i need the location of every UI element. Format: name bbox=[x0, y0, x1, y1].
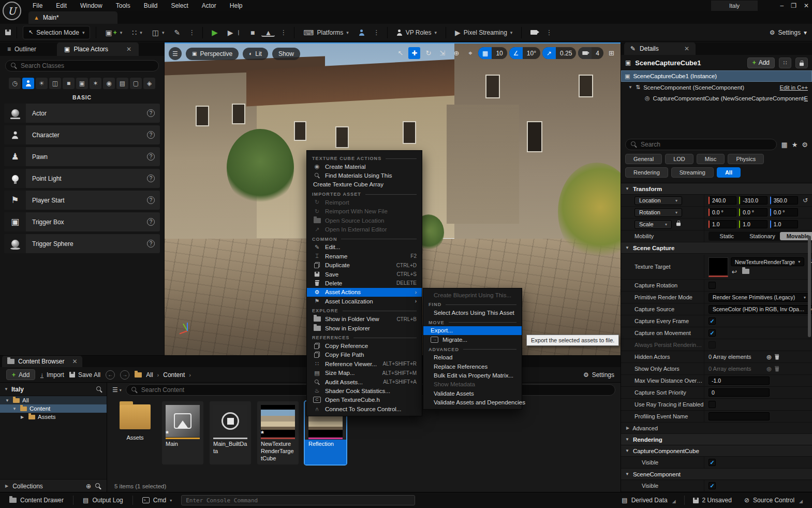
section-transform[interactable]: ▼Transform bbox=[621, 183, 812, 195]
category-panel-icon[interactable]: ▢ bbox=[130, 78, 142, 89]
breadcrumb-content[interactable]: Content bbox=[163, 371, 185, 379]
menu-create-material[interactable]: ◉Create Material bbox=[307, 162, 422, 171]
menu-rename[interactable]: ⌶RenameF2 bbox=[307, 252, 422, 260]
scale-lock-icon[interactable] bbox=[676, 223, 681, 226]
search-classes-input[interactable] bbox=[21, 62, 153, 69]
menu-open-texturecube-h[interactable]: COpen TextureCube.h bbox=[307, 396, 422, 404]
menu-window[interactable]: Window bbox=[73, 1, 109, 11]
menu-actor[interactable]: Actor bbox=[195, 1, 223, 11]
help-icon[interactable]: ? bbox=[147, 109, 155, 117]
favorites-icon[interactable]: ★ bbox=[792, 141, 798, 149]
submenu-replace-references[interactable]: Replace References bbox=[423, 362, 522, 371]
menu-tools[interactable]: Tools bbox=[109, 1, 137, 11]
collections-bar[interactable]: ▶Collections⊕ bbox=[0, 479, 107, 492]
help-icon[interactable]: ? bbox=[147, 131, 155, 139]
cinematics-dropdown[interactable]: ◫▾ bbox=[149, 26, 168, 39]
viewport-options-icon[interactable]: ☰ bbox=[169, 47, 182, 60]
menu-duplicate[interactable]: DuplicateCTRL+D bbox=[307, 261, 422, 270]
pixel-streaming-dropdown[interactable]: ▶Pixel Streaming▾ bbox=[452, 26, 515, 39]
menu-shader-cook-statistics[interactable]: ♨Shader Cook Statistics... bbox=[307, 386, 422, 395]
row-advanced-scene-capture[interactable]: ▶ Advanced bbox=[621, 423, 812, 434]
section-scene-capture[interactable]: ▼Scene Capture bbox=[621, 242, 812, 254]
camera-speed-control[interactable]: 4 bbox=[578, 47, 603, 59]
asset-tile-main[interactable]: * Main bbox=[162, 401, 203, 465]
remote-options-icon[interactable]: ⋮ bbox=[544, 28, 554, 36]
capture-source-dropdown[interactable]: SceneColor (HDR) in RGB, Inv Opacity▾ bbox=[708, 305, 812, 314]
add-asset-button[interactable]: +Add bbox=[6, 369, 35, 380]
menu-copy-file-path[interactable]: Copy File Path bbox=[307, 351, 422, 359]
location-y-field[interactable]: -310.0 bbox=[739, 196, 767, 205]
save-all-button[interactable]: Save All bbox=[69, 371, 100, 379]
details-search-field[interactable] bbox=[625, 139, 777, 150]
edit-in-cpp-link[interactable]: Edit in C++ bbox=[780, 84, 808, 91]
console-command-field[interactable] bbox=[181, 495, 415, 505]
component-row-scene-component[interactable]: ▼ ⇅ SceneComponent (SceneComponent) Edit… bbox=[621, 82, 812, 93]
submenu-export[interactable]: Export... bbox=[423, 326, 522, 335]
max-view-distance-field[interactable]: -1.0 bbox=[708, 376, 770, 385]
tree-item-all[interactable]: ▼All bbox=[0, 396, 107, 404]
play-button[interactable]: ▶ bbox=[209, 26, 221, 39]
place-actor-pawn[interactable]: ♟ Pawn ? bbox=[4, 147, 160, 166]
primitive-render-mode-dropdown[interactable]: Render Scene Primitives (Legacy)▾ bbox=[708, 293, 810, 302]
menu-connect-source-control[interactable]: ⑃Connect To Source Control... bbox=[307, 404, 422, 413]
location-x-field[interactable]: 240.0 bbox=[708, 196, 736, 205]
menu-select[interactable]: Select bbox=[164, 1, 195, 11]
capture-on-movement-checkbox[interactable] bbox=[708, 329, 716, 337]
place-actor-player-start[interactable]: ⚑ Player Start ? bbox=[4, 191, 160, 210]
component-row-instance[interactable]: ▣ SceneCaptureCube1 (Instance) bbox=[621, 70, 812, 82]
editor-modes-button[interactable]: ✎ bbox=[171, 26, 183, 39]
section-capture-component-cube[interactable]: ▼CaptureComponentCube bbox=[621, 445, 812, 457]
menu-file[interactable]: File bbox=[26, 1, 49, 11]
tree-item-content[interactable]: ▼Content bbox=[0, 404, 107, 413]
add-actor-dropdown[interactable]: ▣+▾ bbox=[102, 26, 125, 39]
toolbar-overflow-icon[interactable]: ⋮ bbox=[187, 28, 197, 36]
close-tab-icon[interactable]: ✕ bbox=[72, 358, 77, 365]
rotation-snap-control[interactable]: ∠10° bbox=[509, 47, 540, 59]
menu-reference-viewer[interactable]: ∷Reference Viewer...ALT+SHIFT+R bbox=[307, 359, 422, 368]
grid-snap-control[interactable]: ▦10 bbox=[478, 47, 507, 59]
forward-icon[interactable]: → bbox=[120, 370, 129, 380]
filter-misc[interactable]: Misc bbox=[697, 154, 725, 164]
back-icon[interactable]: ← bbox=[106, 370, 115, 380]
unlock-icon[interactable] bbox=[795, 57, 808, 68]
category-media-icon[interactable]: ◉ bbox=[103, 78, 115, 89]
rotation-type-dropdown[interactable]: Rotation▾ bbox=[634, 208, 682, 217]
cmd-dropdown[interactable]: >_Cmd▾ bbox=[138, 497, 176, 504]
profiling-event-field[interactable] bbox=[708, 412, 770, 420]
submenu-validate-assets[interactable]: Validate Assets bbox=[423, 389, 522, 398]
vp-roles-dropdown[interactable]: VP Roles▾ bbox=[393, 27, 440, 38]
menu-edit[interactable]: ✎Edit... bbox=[307, 243, 422, 252]
capture-rotation-checkbox[interactable] bbox=[708, 282, 716, 289]
multi-user-options-icon[interactable]: ⋮ bbox=[372, 28, 381, 36]
menu-size-map[interactable]: ▤Size Map...ALT+SHIFT+M bbox=[307, 368, 422, 377]
details-search-input[interactable] bbox=[641, 141, 771, 148]
menu-copy-reference[interactable]: Copy Reference bbox=[307, 341, 422, 350]
search-classes-field[interactable] bbox=[5, 60, 159, 71]
category-visual-icon[interactable]: ▣ bbox=[76, 78, 88, 89]
eject-button[interactable]: ▲ bbox=[261, 28, 275, 37]
place-actor-character[interactable]: Character ? bbox=[4, 125, 160, 144]
component-row-capture-component[interactable]: ◎ CaptureComponentCube (NewSceneCaptureC… bbox=[621, 93, 812, 104]
texture-target-dropdown[interactable]: NewTextureRenderTarge▾ bbox=[731, 257, 804, 266]
output-log-button[interactable]: ▤Output Log bbox=[79, 497, 127, 504]
menu-create-texture-cube-array[interactable]: Create Texture Cube Array bbox=[307, 180, 422, 189]
lit-dropdown[interactable]: ◐Lit bbox=[243, 48, 268, 60]
filter-streaming[interactable]: Streaming bbox=[671, 167, 714, 178]
source-control-button[interactable]: ⊘Source Control◢ bbox=[740, 497, 807, 504]
platforms-dropdown[interactable]: ⌨Platforms▾ bbox=[300, 26, 351, 39]
select-tool-icon[interactable]: ↖ bbox=[394, 47, 406, 59]
close-tab-icon[interactable]: ✕ bbox=[126, 46, 131, 53]
display-options-icon[interactable]: ▦ bbox=[781, 141, 787, 149]
rotation-x-field[interactable]: 0.0 ° bbox=[708, 208, 736, 216]
scale-snap-control[interactable]: ↗0.25 bbox=[542, 47, 576, 59]
derived-data-button[interactable]: ▤Derived Data◢ bbox=[617, 497, 680, 504]
place-actor-point-light[interactable]: Point Light ? bbox=[4, 169, 160, 188]
submenu-select-actors[interactable]: Select Actors Using This Asset bbox=[423, 308, 522, 317]
submenu-validate-assets-deps[interactable]: Validate Assets and Dependencies bbox=[423, 398, 522, 407]
details-scrollbar[interactable] bbox=[808, 236, 811, 337]
scale-tool-icon[interactable]: ⇲ bbox=[436, 47, 448, 59]
submenu-reload[interactable]: Reload bbox=[423, 353, 522, 362]
chevron-down-icon[interactable]: ▼ bbox=[628, 85, 632, 90]
submenu-bulk-edit[interactable]: Bulk Edit via Property Matrix... bbox=[423, 371, 522, 380]
visible-checkbox[interactable] bbox=[708, 459, 716, 466]
